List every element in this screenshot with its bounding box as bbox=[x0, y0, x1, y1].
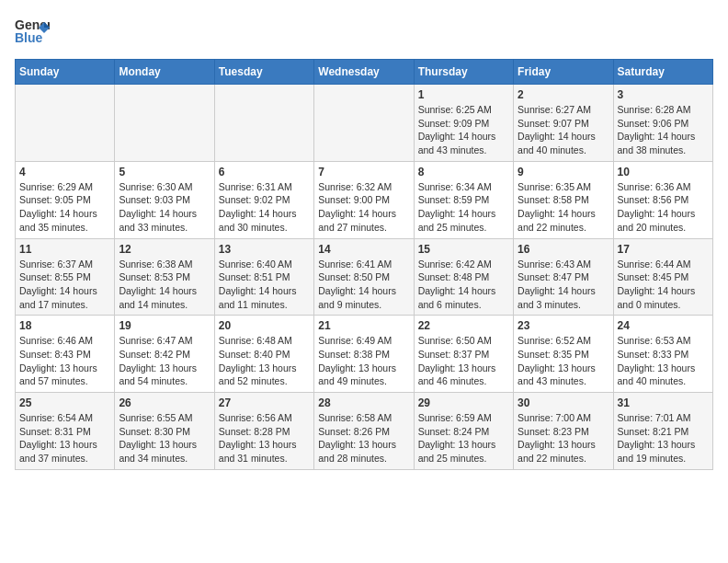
day-info: Sunrise: 6:56 AM Sunset: 8:28 PM Dayligh… bbox=[219, 411, 310, 465]
day-cell-25: 25Sunrise: 6:54 AM Sunset: 8:31 PM Dayli… bbox=[16, 393, 115, 470]
day-number: 31 bbox=[618, 396, 709, 409]
day-number: 16 bbox=[518, 243, 609, 256]
day-cell-17: 17Sunrise: 6:44 AM Sunset: 8:45 PM Dayli… bbox=[613, 238, 712, 316]
day-number: 25 bbox=[19, 396, 110, 409]
week-row-2: 4Sunrise: 6:29 AM Sunset: 9:05 PM Daylig… bbox=[16, 161, 713, 238]
day-info: Sunrise: 6:53 AM Sunset: 8:33 PM Dayligh… bbox=[618, 334, 709, 388]
week-row-3: 11Sunrise: 6:37 AM Sunset: 8:55 PM Dayli… bbox=[16, 238, 713, 316]
day-cell-8: 8Sunrise: 6:34 AM Sunset: 8:59 PM Daylig… bbox=[414, 161, 513, 238]
week-row-5: 25Sunrise: 6:54 AM Sunset: 8:31 PM Dayli… bbox=[16, 393, 713, 470]
day-info: Sunrise: 6:59 AM Sunset: 8:24 PM Dayligh… bbox=[418, 411, 509, 465]
day-info: Sunrise: 6:34 AM Sunset: 8:59 PM Dayligh… bbox=[418, 180, 509, 235]
day-number: 15 bbox=[418, 243, 509, 256]
day-cell-20: 20Sunrise: 6:48 AM Sunset: 8:40 PM Dayli… bbox=[214, 316, 313, 393]
day-number: 23 bbox=[518, 319, 609, 332]
day-cell-empty-1 bbox=[115, 85, 214, 162]
day-number: 6 bbox=[219, 166, 310, 178]
column-header-tuesday: Tuesday bbox=[214, 60, 313, 85]
day-number: 1 bbox=[418, 88, 509, 101]
day-number: 19 bbox=[119, 319, 210, 332]
column-header-sunday: Sunday bbox=[16, 60, 115, 85]
day-cell-5: 5Sunrise: 6:30 AM Sunset: 9:03 PM Daylig… bbox=[115, 161, 214, 238]
day-number: 14 bbox=[318, 243, 409, 256]
day-cell-26: 26Sunrise: 6:55 AM Sunset: 8:30 PM Dayli… bbox=[115, 393, 214, 470]
day-cell-empty-2 bbox=[214, 85, 313, 162]
day-number: 28 bbox=[318, 396, 409, 409]
day-info: Sunrise: 6:35 AM Sunset: 8:58 PM Dayligh… bbox=[518, 180, 609, 235]
day-info: Sunrise: 7:01 AM Sunset: 8:21 PM Dayligh… bbox=[618, 411, 709, 465]
day-cell-27: 27Sunrise: 6:56 AM Sunset: 8:28 PM Dayli… bbox=[214, 393, 313, 470]
logo: General Blue bbox=[15, 15, 50, 50]
day-info: Sunrise: 6:54 AM Sunset: 8:31 PM Dayligh… bbox=[19, 411, 110, 465]
day-info: Sunrise: 6:38 AM Sunset: 8:53 PM Dayligh… bbox=[119, 258, 210, 312]
day-number: 12 bbox=[119, 243, 210, 256]
day-number: 10 bbox=[618, 166, 709, 178]
day-info: Sunrise: 6:43 AM Sunset: 8:47 PM Dayligh… bbox=[518, 258, 609, 312]
day-info: Sunrise: 6:58 AM Sunset: 8:26 PM Dayligh… bbox=[318, 411, 409, 465]
day-info: Sunrise: 7:00 AM Sunset: 8:23 PM Dayligh… bbox=[518, 411, 609, 465]
day-number: 8 bbox=[418, 166, 509, 178]
logo-icon: General Blue bbox=[15, 15, 50, 50]
day-number: 18 bbox=[19, 319, 110, 332]
day-info: Sunrise: 6:47 AM Sunset: 8:42 PM Dayligh… bbox=[119, 334, 210, 388]
day-info: Sunrise: 6:25 AM Sunset: 9:09 PM Dayligh… bbox=[418, 103, 509, 157]
week-row-4: 18Sunrise: 6:46 AM Sunset: 8:43 PM Dayli… bbox=[16, 316, 713, 393]
column-header-monday: Monday bbox=[115, 60, 214, 85]
day-info: Sunrise: 6:27 AM Sunset: 9:07 PM Dayligh… bbox=[518, 103, 609, 157]
day-cell-31: 31Sunrise: 7:01 AM Sunset: 8:21 PM Dayli… bbox=[613, 393, 712, 470]
day-cell-6: 6Sunrise: 6:31 AM Sunset: 9:02 PM Daylig… bbox=[214, 161, 313, 238]
day-cell-19: 19Sunrise: 6:47 AM Sunset: 8:42 PM Dayli… bbox=[115, 316, 214, 393]
week-row-1: 1Sunrise: 6:25 AM Sunset: 9:09 PM Daylig… bbox=[16, 85, 713, 162]
day-cell-18: 18Sunrise: 6:46 AM Sunset: 8:43 PM Dayli… bbox=[16, 316, 115, 393]
day-cell-22: 22Sunrise: 6:50 AM Sunset: 8:37 PM Dayli… bbox=[414, 316, 513, 393]
day-info: Sunrise: 6:55 AM Sunset: 8:30 PM Dayligh… bbox=[119, 411, 210, 465]
day-info: Sunrise: 6:40 AM Sunset: 8:51 PM Dayligh… bbox=[219, 258, 310, 312]
day-number: 4 bbox=[19, 166, 110, 178]
day-cell-11: 11Sunrise: 6:37 AM Sunset: 8:55 PM Dayli… bbox=[16, 238, 115, 316]
day-cell-30: 30Sunrise: 7:00 AM Sunset: 8:23 PM Dayli… bbox=[514, 393, 613, 470]
day-cell-21: 21Sunrise: 6:49 AM Sunset: 8:38 PM Dayli… bbox=[314, 316, 414, 393]
day-cell-14: 14Sunrise: 6:41 AM Sunset: 8:50 PM Dayli… bbox=[314, 238, 414, 316]
day-number: 7 bbox=[318, 166, 409, 178]
day-cell-empty-0 bbox=[16, 85, 115, 162]
day-info: Sunrise: 6:44 AM Sunset: 8:45 PM Dayligh… bbox=[618, 258, 709, 312]
day-number: 20 bbox=[219, 319, 310, 332]
day-number: 13 bbox=[219, 243, 310, 256]
column-header-saturday: Saturday bbox=[613, 60, 712, 85]
column-header-thursday: Thursday bbox=[414, 60, 513, 85]
column-header-friday: Friday bbox=[514, 60, 613, 85]
day-cell-23: 23Sunrise: 6:52 AM Sunset: 8:35 PM Dayli… bbox=[514, 316, 613, 393]
day-number: 11 bbox=[19, 243, 110, 256]
day-number: 26 bbox=[119, 396, 210, 409]
day-info: Sunrise: 6:49 AM Sunset: 8:38 PM Dayligh… bbox=[318, 334, 409, 388]
day-cell-13: 13Sunrise: 6:40 AM Sunset: 8:51 PM Dayli… bbox=[214, 238, 313, 316]
day-info: Sunrise: 6:29 AM Sunset: 9:05 PM Dayligh… bbox=[19, 180, 110, 235]
day-cell-9: 9Sunrise: 6:35 AM Sunset: 8:58 PM Daylig… bbox=[514, 161, 613, 238]
svg-text:Blue: Blue bbox=[15, 30, 43, 45]
header-row: SundayMondayTuesdayWednesdayThursdayFrid… bbox=[16, 60, 713, 85]
day-info: Sunrise: 6:50 AM Sunset: 8:37 PM Dayligh… bbox=[418, 334, 509, 388]
day-number: 30 bbox=[518, 396, 609, 409]
day-cell-28: 28Sunrise: 6:58 AM Sunset: 8:26 PM Dayli… bbox=[314, 393, 414, 470]
day-number: 9 bbox=[518, 166, 609, 178]
day-info: Sunrise: 6:30 AM Sunset: 9:03 PM Dayligh… bbox=[119, 180, 210, 235]
day-cell-empty-3 bbox=[314, 85, 414, 162]
day-number: 22 bbox=[418, 319, 509, 332]
day-cell-29: 29Sunrise: 6:59 AM Sunset: 8:24 PM Dayli… bbox=[414, 393, 513, 470]
day-number: 17 bbox=[618, 243, 709, 256]
day-number: 2 bbox=[518, 88, 609, 101]
day-info: Sunrise: 6:28 AM Sunset: 9:06 PM Dayligh… bbox=[618, 103, 709, 157]
day-info: Sunrise: 6:42 AM Sunset: 8:48 PM Dayligh… bbox=[418, 258, 509, 312]
day-cell-15: 15Sunrise: 6:42 AM Sunset: 8:48 PM Dayli… bbox=[414, 238, 513, 316]
day-cell-12: 12Sunrise: 6:38 AM Sunset: 8:53 PM Dayli… bbox=[115, 238, 214, 316]
day-info: Sunrise: 6:36 AM Sunset: 8:56 PM Dayligh… bbox=[618, 180, 709, 235]
day-number: 27 bbox=[219, 396, 310, 409]
day-cell-4: 4Sunrise: 6:29 AM Sunset: 9:05 PM Daylig… bbox=[16, 161, 115, 238]
day-number: 21 bbox=[318, 319, 409, 332]
day-cell-2: 2Sunrise: 6:27 AM Sunset: 9:07 PM Daylig… bbox=[514, 85, 613, 162]
day-cell-16: 16Sunrise: 6:43 AM Sunset: 8:47 PM Dayli… bbox=[514, 238, 613, 316]
day-number: 29 bbox=[418, 396, 509, 409]
column-header-wednesday: Wednesday bbox=[314, 60, 414, 85]
day-info: Sunrise: 6:41 AM Sunset: 8:50 PM Dayligh… bbox=[318, 258, 409, 312]
day-number: 24 bbox=[618, 319, 709, 332]
